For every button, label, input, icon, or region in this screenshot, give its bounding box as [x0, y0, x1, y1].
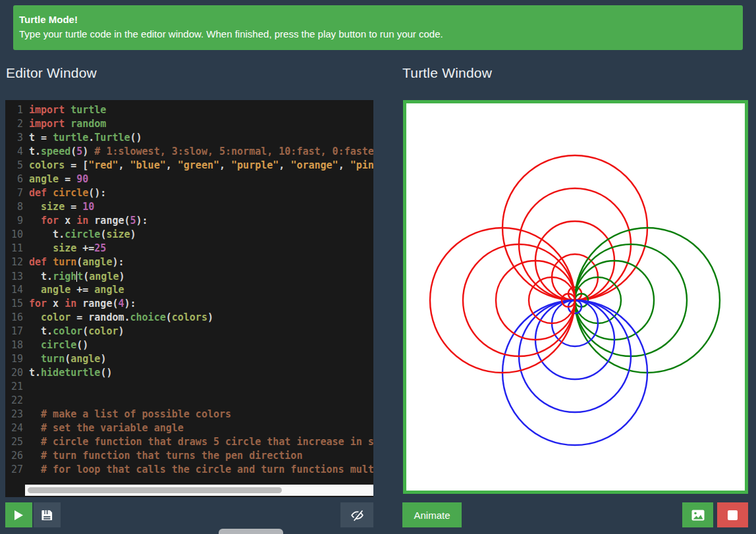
line-number: 24 [5, 421, 23, 435]
code-line[interactable]: 13 t.right(angle) [5, 269, 373, 283]
save-image-button[interactable] [682, 502, 713, 527]
code-line[interactable]: 1import turtle [5, 103, 373, 117]
code-line[interactable]: 27 # for loop that calls the circle and … [5, 463, 373, 477]
turtle-mode-banner: Turtle Mode! Type your turtle code in th… [13, 5, 743, 50]
line-number: 7 [5, 186, 23, 200]
stop-square-icon [728, 510, 738, 520]
code-line[interactable]: 11 size +=25 [5, 242, 373, 255]
eye-slash-icon [350, 508, 364, 522]
line-number: 16 [5, 311, 23, 325]
banner-title: Turtle Mode! [19, 14, 736, 25]
code-line[interactable]: 20t.hideturtle() [5, 366, 373, 380]
turtle-window-title: Turtle Window [402, 65, 492, 81]
code-line[interactable]: 8 size = 10 [5, 200, 373, 214]
code-lines: 1import turtle2import random3t = turtle.… [5, 100, 373, 477]
line-number: 20 [5, 366, 23, 380]
turtle-circle [463, 244, 575, 356]
code-line[interactable]: 4t.speed(5) # 1:slowest, 3:slow, 5:norma… [5, 145, 373, 159]
stop-button[interactable] [717, 502, 748, 527]
code-line[interactable]: 15for x in range(4): [5, 297, 373, 311]
code-line[interactable]: 24 # set the variable angle [5, 421, 373, 435]
code-line[interactable]: 10 t.circle(size) [5, 228, 373, 242]
turtle-circle [430, 228, 575, 373]
line-number: 12 [5, 255, 23, 269]
turtle-circle [502, 155, 647, 300]
save-button[interactable] [34, 502, 61, 527]
code-line[interactable]: 26 # turn function that turns the pen di… [5, 449, 373, 463]
code-line[interactable]: 7def circle(): [5, 186, 373, 200]
turtle-canvas [403, 100, 748, 494]
line-number: 27 [5, 463, 23, 477]
editor-hscrollbar-thumb[interactable] [28, 487, 282, 493]
line-number: 11 [5, 242, 23, 255]
line-number: 1 [5, 103, 23, 117]
text-caret [76, 271, 77, 282]
line-number: 10 [5, 228, 23, 242]
line-number: 6 [5, 173, 23, 186]
turtle-circle [575, 228, 720, 373]
hide-code-button[interactable] [340, 502, 373, 527]
line-number: 15 [5, 297, 23, 311]
code-line[interactable]: 19 turn(angle) [5, 352, 373, 366]
line-number: 9 [5, 214, 23, 228]
code-line[interactable]: 14 angle += angle [5, 283, 373, 297]
page-hscrollbar-thumb[interactable] [219, 529, 283, 534]
turtle-circle [535, 300, 614, 379]
line-number: 8 [5, 200, 23, 214]
line-number: 2 [5, 117, 23, 131]
line-number: 22 [5, 394, 23, 408]
turtle-drawing [406, 103, 745, 491]
code-line[interactable]: 23 # make a list of possible colors [5, 408, 373, 421]
image-icon [691, 510, 705, 521]
line-number: 4 [5, 145, 23, 159]
line-number: 26 [5, 449, 23, 463]
line-number: 21 [5, 380, 23, 394]
line-number: 14 [5, 283, 23, 297]
code-line[interactable]: 12def turn(angle): [5, 255, 373, 269]
line-number: 19 [5, 352, 23, 366]
turtle-circle [575, 261, 654, 340]
animate-button[interactable]: Animate [402, 502, 462, 527]
code-editor[interactable]: 1import turtle2import random3t = turtle.… [5, 100, 373, 497]
editor-hscrollbar-track[interactable] [25, 485, 373, 496]
play-icon [14, 510, 23, 520]
code-line[interactable]: 16 color = random.choice(colors) [5, 311, 373, 325]
code-line[interactable]: 2import random [5, 117, 373, 131]
banner-subtitle: Type your turtle code in the editor wind… [19, 28, 736, 40]
floppy-save-icon [41, 509, 53, 521]
line-number: 25 [5, 435, 23, 449]
code-line[interactable]: 21 [5, 380, 373, 394]
turtle-circle [502, 300, 647, 445]
code-line[interactable]: 18 circle() [5, 338, 373, 352]
code-line[interactable]: 5colors = ["red", "blue", "green", "purp… [5, 159, 373, 173]
run-code-button[interactable] [5, 502, 32, 527]
code-line[interactable]: 9 for x in range(5): [5, 214, 373, 228]
line-number: 23 [5, 408, 23, 421]
code-line[interactable]: 3t = turtle.Turtle() [5, 131, 373, 145]
line-number: 18 [5, 338, 23, 352]
code-line[interactable]: 22 [5, 394, 373, 408]
code-line[interactable]: 17 t.color(color) [5, 325, 373, 338]
turtle-circle [496, 261, 575, 340]
line-number: 17 [5, 325, 23, 338]
turtle-circle [535, 221, 614, 300]
line-number: 3 [5, 131, 23, 145]
editor-window-title: Editor Window [6, 65, 97, 81]
code-line[interactable]: 6angle = 90 [5, 173, 373, 186]
line-number: 5 [5, 159, 23, 173]
code-line[interactable]: 25 # circle function that draws 5 circle… [5, 435, 373, 449]
line-number: 13 [5, 270, 23, 284]
